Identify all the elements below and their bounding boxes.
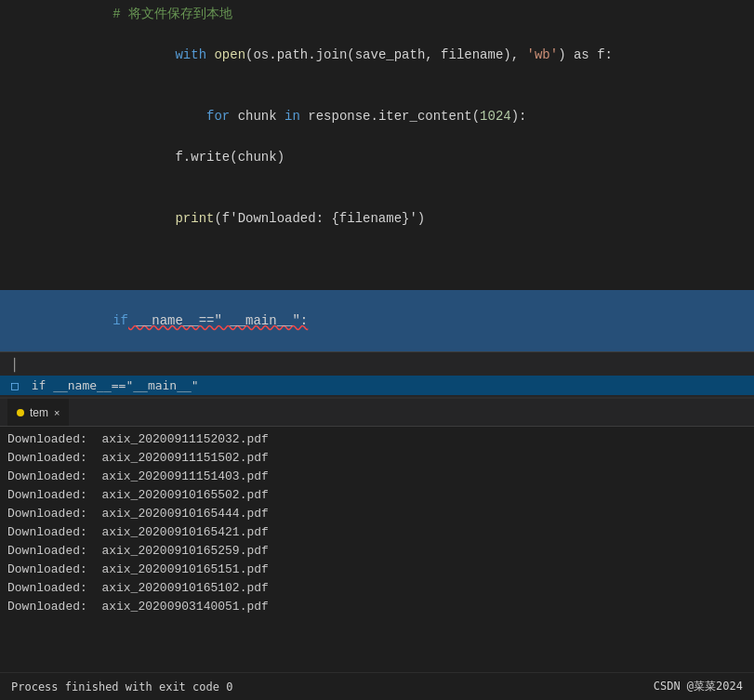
- code-line-2: with open(os.path.join(save_path, filena…: [0, 24, 754, 86]
- code-in: in: [284, 109, 300, 124]
- code-content-1: # 将文件保存到本地: [50, 4, 232, 24]
- terminal-line-6: Downloaded: axix_20200910165421.pdf: [7, 523, 747, 542]
- code-content-2: with open(os.path.join(save_path, filena…: [50, 24, 613, 86]
- terminal-section: tem × Downloaded: axix_20200911152032.pd…: [0, 397, 754, 620]
- code-print-arg: (f'Downloaded: {filename}'): [214, 211, 425, 226]
- code-iter: response.iter_content(: [300, 109, 480, 124]
- code-as-kw: as: [574, 47, 589, 62]
- code-for: for: [112, 109, 230, 124]
- code-content-8: [50, 270, 58, 290]
- terminal-tab-bar: tem ×: [0, 399, 754, 427]
- code-args: (os.path.join(save_path, filename),: [245, 47, 526, 62]
- code-content-4: f.write(chunk): [50, 147, 284, 167]
- code-wb: 'wb': [527, 47, 559, 62]
- code-line-4: f.write(chunk): [0, 147, 754, 167]
- code-line-7: [0, 249, 754, 270]
- code-content-3: for chunk in response.iter_content(1024)…: [50, 86, 527, 147]
- code-line-1: # 将文件保存到本地: [0, 4, 754, 24]
- code-line-6: print(f'Downloaded: {filename}'): [0, 188, 754, 249]
- terminal-line-8: Downloaded: axix_20200910165151.pdf: [7, 561, 747, 579]
- cursor-char: │: [11, 358, 19, 372]
- terminal-line-10: Downloaded: axix_20200903140051.pdf: [7, 598, 747, 616]
- terminal-line-5: Downloaded: axix_20200910165444.pdf: [7, 505, 747, 523]
- terminal-footer: Process finished with exit code 0 CSDN @…: [0, 672, 754, 700]
- suggestion-text: if __name__=="__main__": [32, 378, 199, 392]
- code-if: if: [112, 313, 128, 328]
- footer-brand: CSDN @菜菜2024: [654, 679, 743, 694]
- footer-exit-message: Process finished with exit code 0: [11, 680, 232, 693]
- suggestion-item[interactable]: □ if __name__=="__main__": [0, 376, 754, 395]
- tab-label: tem: [30, 406, 48, 419]
- code-content-7: [50, 249, 58, 270]
- terminal-line-1: Downloaded: axix_20200911152032.pdf: [7, 430, 747, 449]
- code-print: print: [112, 211, 214, 226]
- terminal-line-3: Downloaded: axix_20200911151403.pdf: [7, 468, 747, 486]
- code-1024: 1024: [480, 109, 511, 124]
- terminal-tab[interactable]: tem ×: [7, 399, 69, 426]
- tab-close-button[interactable]: ×: [54, 407, 60, 418]
- autocomplete-area: │ □ if __name__=="__main__": [0, 351, 754, 397]
- terminal-line-7: Downloaded: axix_20200910165259.pdf: [7, 542, 747, 561]
- code-line-5: [0, 167, 754, 188]
- code-line-3: for chunk in response.iter_content(1024)…: [0, 86, 754, 147]
- suggestion-icon: □: [11, 378, 19, 392]
- code-editor: # 将文件保存到本地 with open(os.path.join(save_p…: [0, 0, 754, 351]
- terminal-line-9: Downloaded: axix_20200910165102.pdf: [7, 579, 747, 598]
- code-name-check: __name__==" __main__":: [128, 313, 308, 328]
- terminal-output: Downloaded: axix_20200911152032.pdf Down…: [0, 427, 754, 620]
- code-content-6: print(f'Downloaded: {filename}'): [50, 188, 425, 249]
- code-content-5: [50, 167, 58, 188]
- code-space: open: [206, 47, 245, 62]
- code-as: ): [558, 47, 574, 62]
- tab-indicator: [17, 409, 24, 416]
- terminal-line-2: Downloaded: axix_20200911151502.pdf: [7, 449, 747, 468]
- main-container: # 将文件保存到本地 with open(os.path.join(save_p…: [0, 0, 754, 700]
- code-with: with: [112, 47, 206, 62]
- code-paren: ):: [511, 109, 527, 124]
- terminal-line-4: Downloaded: axix_20200910165502.pdf: [7, 486, 747, 505]
- code-line-8: [0, 270, 754, 290]
- code-line-9: if __name__==" __main__":: [0, 290, 754, 351]
- code-content-9: if __name__==" __main__":: [50, 290, 308, 351]
- autocomplete-hint: │: [0, 358, 754, 376]
- code-f: f:: [589, 47, 613, 62]
- code-chunk-var: chunk: [230, 109, 284, 124]
